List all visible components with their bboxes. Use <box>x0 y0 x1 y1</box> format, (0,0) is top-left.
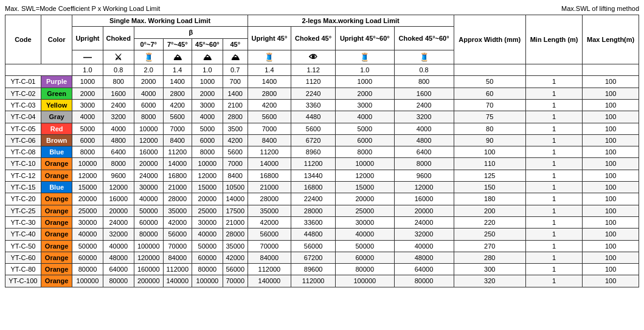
data-cell: 64000 <box>103 264 134 275</box>
icon-beta2: ⛰ <box>163 50 192 64</box>
data-cell: 8400 <box>223 170 248 181</box>
data-cell: 100 <box>583 216 639 228</box>
code-cell: YT-C-05 <box>5 123 41 134</box>
mult-6: 0.7 <box>223 64 248 76</box>
data-cell: 3500 <box>223 123 248 134</box>
data-cell: 2800 <box>163 88 192 99</box>
beta-col3: 45°~60° <box>192 38 223 50</box>
data-cell: 33600 <box>291 216 336 228</box>
table-row: YT-C-05Red500040001000070005000350070005… <box>5 123 639 134</box>
color-cell: Orange <box>41 170 72 181</box>
data-cell: 64000 <box>394 264 454 275</box>
data-cell: 100 <box>583 182 639 193</box>
data-cell: 100 <box>583 252 639 263</box>
data-cell: 320 <box>454 275 525 287</box>
mult-5: 1.0 <box>192 64 223 76</box>
data-cell: 150 <box>454 182 525 193</box>
data-cell: 4480 <box>291 111 336 123</box>
data-cell: 800 <box>103 76 134 88</box>
data-cell: 5000 <box>192 123 223 134</box>
table-row: YT-C-02Green2000160040002800200014002800… <box>5 88 639 99</box>
data-cell: 13440 <box>291 170 336 181</box>
data-cell: 1 <box>525 111 582 123</box>
data-cell: 67200 <box>291 252 336 263</box>
table-row: YT-C-10Orange100008000200001400010000700… <box>5 158 639 170</box>
data-cell: 6000 <box>336 134 395 146</box>
data-cell: 60000 <box>134 216 163 228</box>
data-cell: 100 <box>583 111 639 123</box>
data-cell: 1600 <box>103 88 134 99</box>
data-cell: 60000 <box>72 252 103 263</box>
data-cell: 12000 <box>336 170 395 181</box>
data-cell: 100 <box>583 123 639 134</box>
data-cell: 100 <box>583 99 639 111</box>
data-cell: 140000 <box>163 275 192 287</box>
code-cell: YT-C-04 <box>5 111 41 123</box>
data-cell: 140000 <box>248 275 291 287</box>
data-cell: 1 <box>525 99 582 111</box>
data-cell: 50000 <box>192 240 223 252</box>
data-cell: 8000 <box>394 158 454 170</box>
data-cell: 3200 <box>103 111 134 123</box>
data-cell: 89600 <box>291 264 336 275</box>
data-cell: 21000 <box>163 182 192 193</box>
data-cell: 110 <box>454 158 525 170</box>
data-cell: 5600 <box>248 111 291 123</box>
mult-3: 2.0 <box>134 64 163 76</box>
data-cell: 1600 <box>394 88 454 99</box>
data-cell: 160000 <box>134 264 163 275</box>
data-cell: 12000 <box>192 170 223 181</box>
data-cell: 42000 <box>248 216 291 228</box>
data-cell: 80000 <box>336 264 395 275</box>
data-cell: 30000 <box>192 216 223 228</box>
color-cell: Orange <box>41 240 72 252</box>
data-cell: 112000 <box>291 275 336 287</box>
header-row-1: Code Color Single Max. Working Load Limi… <box>5 15 639 27</box>
data-cell: 1 <box>525 170 582 181</box>
data-cell: 120000 <box>134 252 163 263</box>
data-cell: 70000 <box>163 240 192 252</box>
data-cell: 42000 <box>223 252 248 263</box>
data-cell: 4000 <box>192 111 223 123</box>
data-cell: 1 <box>525 240 582 252</box>
data-cell: 56000 <box>223 264 248 275</box>
mult-4: 1.4 <box>163 64 192 76</box>
table-row: YT-C-40Orange400003200080000560004000028… <box>5 229 639 240</box>
table-row: YT-C-80Orange800006400016000011200080000… <box>5 264 639 275</box>
data-cell: 112000 <box>163 264 192 275</box>
data-cell: 5000 <box>72 123 103 134</box>
data-cell: 80000 <box>103 275 134 287</box>
table-row: YT-C-20Orange200001600040000280002000014… <box>5 193 639 205</box>
multiplier-row: 1.0 0.8 2.0 1.4 1.0 0.7 1.4 1.12 1.0 0.8 <box>5 64 639 76</box>
data-cell: 100000 <box>72 275 103 287</box>
data-cell: 100 <box>583 205 639 216</box>
data-cell: 28000 <box>223 229 248 240</box>
data-cell: 2400 <box>394 99 454 111</box>
data-cell: 42000 <box>163 216 192 228</box>
data-cell: 60000 <box>192 252 223 263</box>
data-cell: 7000 <box>163 123 192 134</box>
two-choked-header: Choked 45° <box>291 27 336 50</box>
mult-approx <box>454 64 525 76</box>
data-cell: 14000 <box>223 193 248 205</box>
data-cell: 4200 <box>248 99 291 111</box>
data-cell: 4000 <box>336 111 395 123</box>
data-cell: 100000 <box>134 240 163 252</box>
data-cell: 11200 <box>248 146 291 158</box>
color-cell: Orange <box>41 264 72 275</box>
data-cell: 3200 <box>394 111 454 123</box>
data-cell: 5000 <box>336 123 395 134</box>
data-cell: 1 <box>525 193 582 205</box>
data-cell: 20000 <box>103 205 134 216</box>
data-cell: 32000 <box>103 229 134 240</box>
table-row: YT-C-08Blue80006400160001120080005600112… <box>5 146 639 158</box>
color-cell: Blue <box>41 182 72 193</box>
data-cell: 8400 <box>248 134 291 146</box>
mult-min <box>525 64 582 76</box>
table-row: YT-C-50Orange500004000010000070000500003… <box>5 240 639 252</box>
data-cell: 16800 <box>163 170 192 181</box>
beta-col2: 7°~45° <box>163 38 192 50</box>
min-length-header: Min Length (m) <box>525 15 582 64</box>
choked-header: Choked <box>103 27 134 50</box>
data-cell: 2240 <box>291 88 336 99</box>
